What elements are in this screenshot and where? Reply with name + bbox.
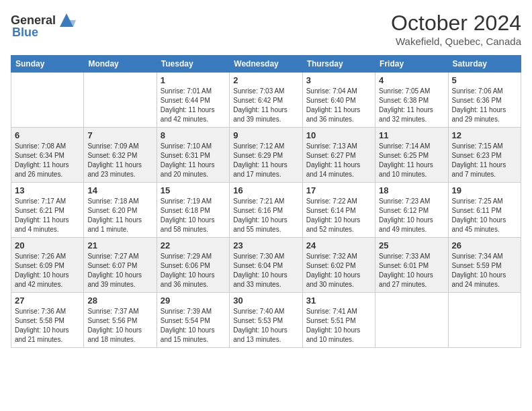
calendar-cell: 29Sunrise: 7:39 AM Sunset: 5:54 PM Dayli… [157,293,229,348]
day-number: 24 [306,240,371,250]
day-number: 27 [15,295,80,306]
day-number: 28 [87,295,152,306]
calendar-cell: 5Sunrise: 7:06 AM Sunset: 6:36 PM Daylig… [448,73,521,128]
day-number: 22 [161,240,226,250]
calendar-week-3: 13Sunrise: 7:17 AM Sunset: 6:21 PM Dayli… [11,183,521,238]
calendar-cell: 13Sunrise: 7:17 AM Sunset: 6:21 PM Dayli… [11,183,84,238]
day-number: 21 [87,240,152,250]
day-number: 6 [15,130,80,140]
calendar-cell: 21Sunrise: 7:27 AM Sunset: 6:07 PM Dayli… [84,238,157,293]
day-number: 16 [233,185,298,195]
day-info: Sunrise: 7:27 AM Sunset: 6:07 PM Dayligh… [87,252,152,289]
day-info: Sunrise: 7:15 AM Sunset: 6:23 PM Dayligh… [452,142,517,179]
day-info: Sunrise: 7:18 AM Sunset: 6:20 PM Dayligh… [87,197,152,234]
day-info: Sunrise: 7:01 AM Sunset: 6:44 PM Dayligh… [161,87,226,124]
calendar-cell: 22Sunrise: 7:29 AM Sunset: 6:06 PM Dayli… [157,238,229,293]
day-info: Sunrise: 7:26 AM Sunset: 6:09 PM Dayligh… [15,252,80,289]
day-number: 11 [379,130,444,140]
day-number: 26 [452,240,517,250]
calendar-week-1: 1Sunrise: 7:01 AM Sunset: 6:44 PM Daylig… [11,73,521,128]
day-number: 2 [233,75,298,85]
day-number: 9 [233,130,298,140]
day-number: 1 [161,75,226,85]
logo-blue: Blue [12,26,38,40]
day-info: Sunrise: 7:14 AM Sunset: 6:25 PM Dayligh… [379,142,444,179]
day-number: 7 [87,130,152,140]
col-header-sunday: Sunday [11,56,84,73]
calendar-cell: 26Sunrise: 7:34 AM Sunset: 5:59 PM Dayli… [448,238,521,293]
calendar-cell [11,73,84,128]
calendar-cell: 16Sunrise: 7:21 AM Sunset: 6:16 PM Dayli… [230,183,302,238]
day-number: 29 [161,295,226,306]
calendar-cell: 28Sunrise: 7:37 AM Sunset: 5:56 PM Dayli… [84,293,157,348]
logo-icon [57,11,76,30]
day-info: Sunrise: 7:17 AM Sunset: 6:21 PM Dayligh… [15,197,80,234]
day-number: 13 [15,185,80,195]
calendar-cell: 20Sunrise: 7:26 AM Sunset: 6:09 PM Dayli… [11,238,84,293]
day-number: 10 [306,130,371,140]
day-info: Sunrise: 7:03 AM Sunset: 6:42 PM Dayligh… [233,87,298,124]
calendar-cell: 8Sunrise: 7:10 AM Sunset: 6:31 PM Daylig… [157,128,229,183]
col-header-thursday: Thursday [302,56,375,73]
calendar-cell: 1Sunrise: 7:01 AM Sunset: 6:44 PM Daylig… [157,73,229,128]
day-number: 8 [161,130,226,140]
calendar-cell: 19Sunrise: 7:25 AM Sunset: 6:11 PM Dayli… [448,183,521,238]
day-info: Sunrise: 7:09 AM Sunset: 6:32 PM Dayligh… [87,142,152,179]
day-info: Sunrise: 7:13 AM Sunset: 6:27 PM Dayligh… [306,142,371,179]
day-info: Sunrise: 7:08 AM Sunset: 6:34 PM Dayligh… [15,142,80,179]
col-header-friday: Friday [375,56,448,73]
day-number: 17 [306,185,371,195]
calendar-cell: 7Sunrise: 7:09 AM Sunset: 6:32 PM Daylig… [84,128,157,183]
calendar-cell: 17Sunrise: 7:22 AM Sunset: 6:14 PM Dayli… [302,183,375,238]
title-block: October 2024 Wakefield, Quebec, Canada [391,11,521,47]
day-info: Sunrise: 7:29 AM Sunset: 6:06 PM Dayligh… [161,252,226,289]
day-number: 4 [379,75,444,85]
day-number: 5 [452,75,517,85]
calendar-cell: 31Sunrise: 7:41 AM Sunset: 5:51 PM Dayli… [302,293,375,348]
day-number: 31 [306,295,371,306]
month-title: October 2024 [391,11,521,36]
calendar-week-5: 27Sunrise: 7:36 AM Sunset: 5:58 PM Dayli… [11,293,521,348]
calendar-cell: 30Sunrise: 7:40 AM Sunset: 5:53 PM Dayli… [230,293,302,348]
day-number: 25 [379,240,444,250]
header-row: SundayMondayTuesdayWednesdayThursdayFrid… [11,56,521,73]
day-info: Sunrise: 7:12 AM Sunset: 6:29 PM Dayligh… [233,142,298,179]
day-info: Sunrise: 7:21 AM Sunset: 6:16 PM Dayligh… [233,197,298,234]
calendar-cell: 18Sunrise: 7:23 AM Sunset: 6:12 PM Dayli… [375,183,448,238]
calendar-cell: 3Sunrise: 7:04 AM Sunset: 6:40 PM Daylig… [302,73,375,128]
calendar-cell: 25Sunrise: 7:33 AM Sunset: 6:01 PM Dayli… [375,238,448,293]
calendar-cell: 23Sunrise: 7:30 AM Sunset: 6:04 PM Dayli… [230,238,302,293]
calendar-cell: 6Sunrise: 7:08 AM Sunset: 6:34 PM Daylig… [11,128,84,183]
calendar-cell: 12Sunrise: 7:15 AM Sunset: 6:23 PM Dayli… [448,128,521,183]
day-info: Sunrise: 7:06 AM Sunset: 6:36 PM Dayligh… [452,87,517,124]
calendar-cell: 24Sunrise: 7:32 AM Sunset: 6:02 PM Dayli… [302,238,375,293]
calendar-cell [375,293,448,348]
day-number: 19 [452,185,517,195]
day-info: Sunrise: 7:30 AM Sunset: 6:04 PM Dayligh… [233,252,298,289]
day-info: Sunrise: 7:36 AM Sunset: 5:58 PM Dayligh… [15,307,80,345]
day-number: 14 [87,185,152,195]
day-info: Sunrise: 7:05 AM Sunset: 6:38 PM Dayligh… [379,87,444,124]
day-number: 18 [379,185,444,195]
day-number: 30 [233,295,298,306]
calendar-table: SundayMondayTuesdayWednesdayThursdayFrid… [11,55,521,348]
day-number: 20 [15,240,80,250]
day-info: Sunrise: 7:19 AM Sunset: 6:18 PM Dayligh… [161,197,226,234]
calendar-week-2: 6Sunrise: 7:08 AM Sunset: 6:34 PM Daylig… [11,128,521,183]
day-info: Sunrise: 7:34 AM Sunset: 5:59 PM Dayligh… [452,252,517,289]
day-info: Sunrise: 7:10 AM Sunset: 6:31 PM Dayligh… [161,142,226,179]
day-info: Sunrise: 7:25 AM Sunset: 6:11 PM Dayligh… [452,197,517,234]
day-info: Sunrise: 7:41 AM Sunset: 5:51 PM Dayligh… [306,307,371,345]
day-info: Sunrise: 7:22 AM Sunset: 6:14 PM Dayligh… [306,197,371,234]
calendar-cell: 10Sunrise: 7:13 AM Sunset: 6:27 PM Dayli… [302,128,375,183]
col-header-monday: Monday [84,56,157,73]
day-info: Sunrise: 7:40 AM Sunset: 5:53 PM Dayligh… [233,307,298,345]
day-info: Sunrise: 7:39 AM Sunset: 5:54 PM Dayligh… [161,307,226,345]
col-header-saturday: Saturday [448,56,521,73]
logo: General Blue [11,11,76,40]
calendar-cell: 2Sunrise: 7:03 AM Sunset: 6:42 PM Daylig… [230,73,302,128]
col-header-tuesday: Tuesday [157,56,229,73]
calendar-cell [448,293,521,348]
day-info: Sunrise: 7:23 AM Sunset: 6:12 PM Dayligh… [379,197,444,234]
calendar-cell: 11Sunrise: 7:14 AM Sunset: 6:25 PM Dayli… [375,128,448,183]
